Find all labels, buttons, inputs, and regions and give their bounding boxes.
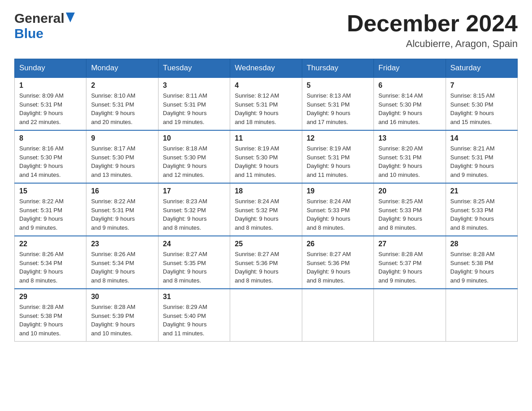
page-header: General Blue December 2024 Alcubierre, A…: [14, 11, 518, 50]
day-info: Sunrise: 8:25 AMSunset: 5:33 PMDaylight:…: [378, 197, 441, 232]
day-number: 18: [235, 187, 297, 195]
col-saturday: Saturday: [446, 59, 517, 78]
day-number: 23: [91, 240, 153, 248]
calendar-week-row: 29 Sunrise: 8:28 AMSunset: 5:38 PMDaylig…: [15, 289, 518, 342]
table-row: 11 Sunrise: 8:19 AMSunset: 5:30 PMDaylig…: [230, 130, 302, 183]
day-info: Sunrise: 8:22 AMSunset: 5:31 PMDaylight:…: [91, 197, 153, 232]
table-row: 27 Sunrise: 8:28 AMSunset: 5:37 PMDaylig…: [374, 236, 446, 289]
day-info: Sunrise: 8:18 AMSunset: 5:30 PMDaylight:…: [163, 144, 225, 179]
table-row: 7 Sunrise: 8:15 AMSunset: 5:30 PMDayligh…: [446, 77, 517, 130]
day-info: Sunrise: 8:22 AMSunset: 5:31 PMDaylight:…: [19, 197, 82, 232]
table-row: 30 Sunrise: 8:28 AMSunset: 5:39 PMDaylig…: [86, 289, 158, 342]
day-info: Sunrise: 8:28 AMSunset: 5:39 PMDaylight:…: [91, 303, 153, 338]
day-info: Sunrise: 8:26 AMSunset: 5:34 PMDaylight:…: [91, 250, 153, 285]
table-row: 28 Sunrise: 8:28 AMSunset: 5:38 PMDaylig…: [446, 236, 517, 289]
day-number: 19: [307, 187, 369, 195]
title-section: December 2024 Alcubierre, Aragon, Spain: [347, 11, 518, 50]
day-info: Sunrise: 8:14 AMSunset: 5:30 PMDaylight:…: [378, 91, 441, 126]
day-info: Sunrise: 8:28 AMSunset: 5:38 PMDaylight:…: [450, 250, 513, 285]
logo-triangle-icon: [66, 13, 75, 24]
day-number: 3: [163, 81, 225, 90]
table-row: 15 Sunrise: 8:22 AMSunset: 5:31 PMDaylig…: [15, 183, 86, 236]
day-number: 14: [450, 134, 513, 142]
table-row: 14 Sunrise: 8:21 AMSunset: 5:31 PMDaylig…: [446, 130, 517, 183]
day-info: Sunrise: 8:17 AMSunset: 5:30 PMDaylight:…: [91, 144, 153, 179]
calendar-week-row: 15 Sunrise: 8:22 AMSunset: 5:31 PMDaylig…: [15, 183, 518, 236]
table-row: [230, 289, 302, 342]
table-row: 5 Sunrise: 8:13 AMSunset: 5:31 PMDayligh…: [302, 77, 373, 130]
day-info: Sunrise: 8:28 AMSunset: 5:38 PMDaylight:…: [19, 303, 82, 338]
day-info: Sunrise: 8:12 AMSunset: 5:31 PMDaylight:…: [235, 91, 297, 126]
day-number: 31: [163, 293, 225, 301]
col-tuesday: Tuesday: [158, 59, 230, 78]
table-row: 2 Sunrise: 8:10 AMSunset: 5:31 PMDayligh…: [86, 77, 158, 130]
day-info: Sunrise: 8:27 AMSunset: 5:36 PMDaylight:…: [307, 250, 369, 285]
table-row: 24 Sunrise: 8:27 AMSunset: 5:35 PMDaylig…: [158, 236, 230, 289]
table-row: 3 Sunrise: 8:11 AMSunset: 5:31 PMDayligh…: [158, 77, 230, 130]
day-number: 30: [91, 293, 153, 301]
day-info: Sunrise: 8:25 AMSunset: 5:33 PMDaylight:…: [450, 197, 513, 232]
calendar-week-row: 8 Sunrise: 8:16 AMSunset: 5:30 PMDayligh…: [15, 130, 518, 183]
col-friday: Friday: [374, 59, 446, 78]
table-row: [446, 289, 517, 342]
day-number: 4: [235, 81, 297, 90]
day-info: Sunrise: 8:13 AMSunset: 5:31 PMDaylight:…: [307, 91, 369, 126]
day-number: 21: [450, 187, 513, 195]
day-number: 10: [163, 134, 225, 142]
day-number: 24: [163, 240, 225, 248]
table-row: 8 Sunrise: 8:16 AMSunset: 5:30 PMDayligh…: [15, 130, 86, 183]
day-info: Sunrise: 8:11 AMSunset: 5:31 PMDaylight:…: [163, 91, 225, 126]
logo-general-text: General: [14, 11, 64, 26]
day-info: Sunrise: 8:10 AMSunset: 5:31 PMDaylight:…: [91, 91, 153, 126]
day-number: 2: [91, 81, 153, 90]
day-info: Sunrise: 8:19 AMSunset: 5:30 PMDaylight:…: [235, 144, 297, 179]
day-number: 22: [19, 240, 82, 248]
day-number: 1: [19, 81, 82, 90]
day-info: Sunrise: 8:28 AMSunset: 5:37 PMDaylight:…: [378, 250, 441, 285]
day-number: 28: [450, 240, 513, 248]
day-number: 27: [378, 240, 441, 248]
table-row: 25 Sunrise: 8:27 AMSunset: 5:36 PMDaylig…: [230, 236, 302, 289]
table-row: 22 Sunrise: 8:26 AMSunset: 5:34 PMDaylig…: [15, 236, 86, 289]
table-row: 10 Sunrise: 8:18 AMSunset: 5:30 PMDaylig…: [158, 130, 230, 183]
day-info: Sunrise: 8:20 AMSunset: 5:31 PMDaylight:…: [378, 144, 441, 179]
day-number: 6: [378, 81, 441, 90]
day-number: 17: [163, 187, 225, 195]
day-number: 5: [307, 81, 369, 90]
day-info: Sunrise: 8:23 AMSunset: 5:32 PMDaylight:…: [163, 197, 225, 232]
logo-blue-text: Blue: [14, 26, 43, 41]
col-sunday: Sunday: [15, 59, 86, 78]
col-thursday: Thursday: [302, 59, 373, 78]
calendar-week-row: 1 Sunrise: 8:09 AMSunset: 5:31 PMDayligh…: [15, 77, 518, 130]
day-number: 12: [307, 134, 369, 142]
day-info: Sunrise: 8:19 AMSunset: 5:31 PMDaylight:…: [307, 144, 369, 179]
table-row: 31 Sunrise: 8:29 AMSunset: 5:40 PMDaylig…: [158, 289, 230, 342]
table-row: 12 Sunrise: 8:19 AMSunset: 5:31 PMDaylig…: [302, 130, 373, 183]
location-title: Alcubierre, Aragon, Spain: [347, 38, 518, 50]
col-monday: Monday: [86, 59, 158, 78]
day-number: 9: [91, 134, 153, 142]
day-info: Sunrise: 8:24 AMSunset: 5:33 PMDaylight:…: [307, 197, 369, 232]
day-number: 20: [378, 187, 441, 195]
day-number: 13: [378, 134, 441, 142]
day-info: Sunrise: 8:29 AMSunset: 5:40 PMDaylight:…: [163, 303, 225, 338]
table-row: 17 Sunrise: 8:23 AMSunset: 5:32 PMDaylig…: [158, 183, 230, 236]
day-number: 26: [307, 240, 369, 248]
day-number: 11: [235, 134, 297, 142]
day-info: Sunrise: 8:27 AMSunset: 5:36 PMDaylight:…: [235, 250, 297, 285]
table-row: [374, 289, 446, 342]
table-row: 16 Sunrise: 8:22 AMSunset: 5:31 PMDaylig…: [86, 183, 158, 236]
day-number: 25: [235, 240, 297, 248]
month-title: December 2024: [347, 11, 518, 36]
table-row: 1 Sunrise: 8:09 AMSunset: 5:31 PMDayligh…: [15, 77, 86, 130]
svg-marker-0: [66, 13, 75, 22]
day-number: 15: [19, 187, 82, 195]
table-row: 29 Sunrise: 8:28 AMSunset: 5:38 PMDaylig…: [15, 289, 86, 342]
col-wednesday: Wednesday: [230, 59, 302, 78]
table-row: 9 Sunrise: 8:17 AMSunset: 5:30 PMDayligh…: [86, 130, 158, 183]
table-row: 19 Sunrise: 8:24 AMSunset: 5:33 PMDaylig…: [302, 183, 373, 236]
day-info: Sunrise: 8:27 AMSunset: 5:35 PMDaylight:…: [163, 250, 225, 285]
day-info: Sunrise: 8:21 AMSunset: 5:31 PMDaylight:…: [450, 144, 513, 179]
day-info: Sunrise: 8:26 AMSunset: 5:34 PMDaylight:…: [19, 250, 82, 285]
day-number: 8: [19, 134, 82, 142]
